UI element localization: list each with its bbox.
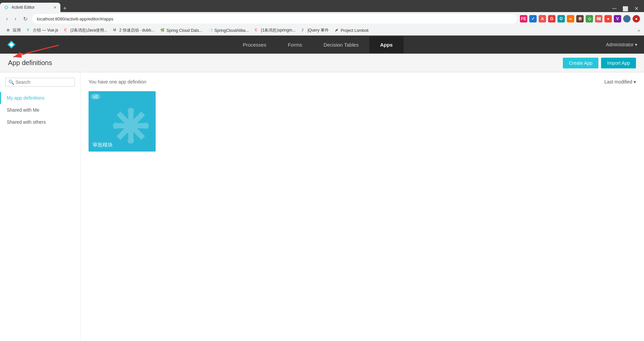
content-header: You have one app definition Last modifie… — [89, 79, 636, 84]
page-header: App definitions Create App Import App — [0, 54, 644, 72]
nav-items: Processes Forms Decision Tables Apps — [30, 37, 606, 53]
bookmark-jquery-icon: J — [302, 28, 306, 33]
forward-button[interactable]: › — [12, 14, 18, 23]
ext-icon-9[interactable]: V — [614, 15, 621, 22]
reload-button[interactable]: ↻ — [21, 14, 30, 23]
bookmark-vuejs[interactable]: V 介绍 — Vue.js — [24, 27, 61, 34]
ext-icon-6[interactable]: ◇ — [586, 15, 593, 22]
bookmark-apps-icon: ⊞ — [7, 28, 11, 33]
sidebar-item-shared-with-others-label: Shared with others — [7, 119, 46, 125]
user-name: Administrator — [606, 42, 634, 47]
close-window-button[interactable]: ✕ — [632, 5, 641, 12]
nav-forms[interactable]: Forms — [277, 37, 313, 53]
app-wrapper: Processes Forms Decision Tables Apps Adm… — [0, 36, 644, 341]
bookmark-java[interactable]: C (2条消息)Java使用... — [62, 27, 110, 34]
content-area: 🔍 My app definitions Shared with Me Shar… — [0, 72, 644, 341]
minimize-button[interactable]: ─ — [609, 5, 619, 12]
search-input[interactable] — [15, 79, 74, 85]
ext-icon-1[interactable]: ✓ — [529, 15, 537, 22]
nav-decision-tables[interactable]: Decision Tables — [313, 37, 369, 53]
user-menu[interactable]: Administrator ▾ — [606, 42, 637, 47]
sidebar-nav: My app definitions Shared with Me Shared… — [0, 92, 80, 128]
bookmark-apps[interactable]: ⊞ 应用 — [4, 27, 23, 34]
bookmark-vuejs-label: 介绍 — Vue.js — [33, 27, 58, 33]
sort-label: Last modified — [604, 79, 632, 84]
ext-icon-5[interactable]: 🐶 — [576, 15, 584, 22]
bookmark-vuejs-icon: V — [27, 28, 32, 33]
main-content: You have one app definition Last modifie… — [80, 72, 644, 341]
address-bar-row: ‹ › ↻ FE ✓ A G O ∞ 🐶 ◇ 📰 ● V 👤 ● — [0, 12, 644, 25]
search-icon: 🔍 — [8, 79, 14, 85]
sidebar-item-my-app-definitions-label: My app definitions — [7, 95, 45, 101]
toolbar-icons: FE ✓ A G O ∞ 🐶 ◇ 📰 ● V 👤 ● — [520, 15, 640, 22]
ext-icon-7[interactable]: 📰 — [595, 15, 602, 22]
bookmark-springm[interactable]: C (1条消息)springm... — [252, 27, 298, 34]
sidebar-item-shared-with-me[interactable]: Shared with Me — [0, 104, 80, 116]
ext-icon-2[interactable]: G — [548, 15, 555, 22]
adblock-icon[interactable]: A — [539, 15, 546, 22]
bookmarks-more[interactable]: » — [638, 28, 640, 33]
bookmark-dubbo[interactable]: M 2 快速启动 · dubb... — [111, 27, 157, 34]
address-input[interactable] — [32, 14, 517, 23]
new-tab-button[interactable]: + — [60, 5, 69, 12]
logo-icon — [7, 40, 16, 49]
bookmark-jquery-label: jQuery 事件 — [308, 27, 329, 33]
ext-icon-4[interactable]: ∞ — [567, 15, 574, 22]
tab-close-button[interactable]: × — [54, 5, 56, 10]
app-card-version: v2 — [91, 94, 100, 99]
import-app-button[interactable]: Import App — [601, 58, 636, 68]
bookmark-alibaba-icon: 📑 — [208, 28, 213, 33]
maximize-button[interactable]: ⬜ — [620, 6, 631, 11]
page-title: App definitions — [8, 59, 52, 67]
bookmark-alibaba-label: SpringCloudAliba... — [214, 28, 249, 33]
fe-icon[interactable]: FE — [520, 15, 527, 22]
bookmark-dubbo-label: 2 快速启动 · dubb... — [119, 27, 155, 33]
bookmark-springm-label: (1条消息)springm... — [261, 27, 296, 33]
ext-icon-8[interactable]: ● — [604, 15, 612, 22]
tab-bar: Activiti Editor × + ─ ⬜ ✕ — [0, 0, 644, 12]
sort-chevron: ▾ — [634, 79, 636, 84]
sort-control[interactable]: Last modified ▾ — [604, 79, 636, 84]
apps-grid: v2 — [89, 91, 636, 152]
sidebar-item-shared-with-others[interactable]: Shared with others — [0, 116, 80, 128]
nav-apps[interactable]: Apps — [369, 37, 404, 53]
bookmark-lombok[interactable]: 🌶 Project Lombok — [332, 27, 371, 34]
bookmark-dubbo-icon: M — [113, 28, 118, 33]
app-card[interactable]: v2 — [89, 91, 156, 152]
tab-favicon — [4, 5, 9, 10]
bookmark-springcloud-icon: 🌿 — [160, 28, 165, 33]
nav-processes[interactable]: Processes — [232, 37, 277, 53]
sidebar: 🔍 My app definitions Shared with Me Shar… — [0, 72, 80, 341]
bookmark-apps-label: 应用 — [13, 27, 21, 33]
tab-title: Activiti Editor — [11, 5, 51, 10]
sidebar-item-shared-with-me-label: Shared with Me — [7, 107, 39, 113]
app-card-name: 审批模块 — [89, 138, 156, 152]
bookmark-springm-icon: C — [255, 28, 260, 33]
header-actions: Create App Import App — [563, 58, 636, 68]
browser-chrome: Activiti Editor × + ─ ⬜ ✕ ‹ › ↻ FE ✓ A G… — [0, 0, 644, 36]
logo[interactable] — [7, 40, 16, 49]
user-chevron: ▾ — [635, 42, 637, 47]
bookmark-alibaba[interactable]: 📑 SpringCloudAliba... — [206, 27, 252, 34]
bookmark-springcloud[interactable]: 🌿 Spring Cloud Dals... — [158, 27, 205, 34]
content-subtitle: You have one app definition — [89, 79, 146, 84]
bookmark-java-label: (2条消息)Java使用... — [70, 27, 107, 33]
back-button[interactable]: ‹ — [4, 14, 10, 23]
ext-icon-3[interactable]: O — [557, 15, 565, 22]
bookmark-lombok-label: Project Lombok — [341, 28, 369, 33]
search-box: 🔍 — [5, 78, 75, 87]
bookmark-lombok-icon: 🌶 — [335, 28, 339, 33]
bookmarks-bar: ⊞ 应用 V 介绍 — Vue.js C (2条消息)Java使用... M 2… — [0, 25, 644, 36]
create-app-button[interactable]: Create App — [563, 58, 598, 68]
top-nav: Processes Forms Decision Tables Apps Adm… — [0, 36, 644, 54]
bookmark-springcloud-label: Spring Cloud Dals... — [166, 28, 202, 33]
bookmark-java-icon: C — [64, 28, 69, 33]
user-avatar[interactable]: 👤 — [623, 15, 631, 22]
ext-icon-10[interactable]: ● — [633, 15, 640, 22]
active-tab[interactable]: Activiti Editor × — [0, 3, 60, 12]
sidebar-item-my-app-definitions[interactable]: My app definitions — [0, 92, 80, 104]
bookmark-jquery[interactable]: J jQuery 事件 — [299, 27, 331, 34]
